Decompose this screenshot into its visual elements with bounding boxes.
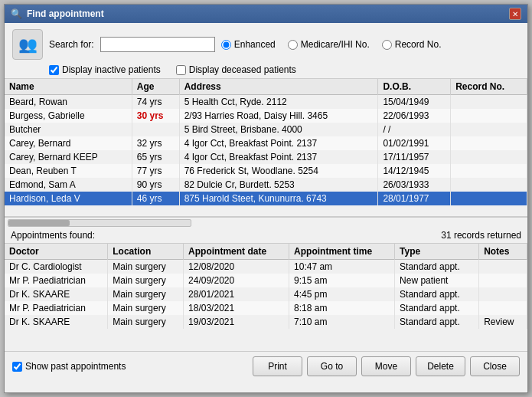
table-row[interactable]: Edmond, Sam A 90 yrs 82 Dulcie Cr, Burde… [5, 178, 527, 192]
appt-location: Main surgery [108, 274, 184, 287]
patient-dob: 01/02/1991 [378, 136, 451, 150]
appt-type: Standard appt. [395, 287, 479, 301]
col-doctor: Doctor [5, 244, 108, 260]
radio-medicare-label: Medicare/IHI No. [301, 39, 370, 50]
appointments-table-wrapper: Doctor Location Appointment date Appoint… [5, 244, 527, 351]
display-inactive-checkbox[interactable]: Display inactive patients [49, 64, 161, 75]
patient-record [451, 150, 527, 164]
bottom-buttons: Print Go to Move Delete Close [253, 356, 520, 376]
show-past-checkbox[interactable]: Show past appointments [12, 361, 126, 372]
appt-doctor: Mr P. Paediatrician [5, 274, 108, 287]
close-button[interactable]: Close [470, 356, 520, 376]
patient-age: 77 yrs [132, 164, 179, 178]
table-row[interactable]: Carey, Bernard KEEP 65 yrs 4 Igor Cct, B… [5, 150, 527, 164]
patient-address: 82 Dulcie Cr, Burdett. 5253 [179, 178, 378, 192]
display-deceased-label: Display deceased patients [189, 64, 296, 75]
col-address: Address [179, 79, 378, 95]
table-row[interactable]: Dr C. Cardiologist Main surgery 12/08/20… [5, 260, 527, 274]
appt-date: 24/09/2020 [184, 274, 289, 287]
window-title: Find appointment [27, 8, 104, 19]
appointments-found-label: Appointments found: [11, 230, 95, 241]
radio-medicare-input[interactable] [288, 40, 298, 50]
appt-location: Main surgery [108, 260, 184, 274]
table-row[interactable]: Burgess, Gabrielle 30 yrs 2/93 Harries R… [5, 109, 527, 123]
search-input[interactable] [100, 37, 215, 52]
appt-doctor: Dr K. SKAARE [5, 287, 108, 301]
patient-record [451, 123, 527, 136]
bottom-bar: Show past appointments Print Go to Move … [5, 351, 527, 381]
patient-name: Dean, Reuben T [5, 164, 132, 178]
patient-dob: 22/06/1993 [378, 109, 451, 123]
radio-medicare[interactable]: Medicare/IHI No. [288, 39, 370, 50]
table-row[interactable]: Dr K. SKAARE Main surgery 28/01/2021 4:4… [5, 287, 527, 301]
appt-type: Standard appt. [395, 301, 479, 315]
show-past-input[interactable] [12, 362, 22, 372]
radio-record[interactable]: Record No. [382, 39, 442, 50]
search-label: Search for: [49, 39, 94, 50]
patient-dob: 28/01/1977 [378, 192, 451, 205]
patient-name: Butcher [5, 123, 132, 136]
display-inactive-input[interactable] [49, 65, 59, 75]
appointments-table: Doctor Location Appointment date Appoint… [5, 244, 527, 329]
patient-name: Carey, Bernard KEEP [5, 150, 132, 164]
patient-age: 32 yrs [132, 136, 179, 150]
search-area: 👥 Search for: Enhanced Medicare/IHI No. … [5, 23, 527, 79]
table-row[interactable]: Mr P. Paediatrician Main surgery 24/09/2… [5, 274, 527, 287]
delete-button[interactable]: Delete [416, 356, 465, 376]
radio-enhanced[interactable]: Enhanced [221, 39, 276, 50]
main-window: 🔍 Find appointment ✕ 👥 Search for: Enhan… [4, 4, 528, 393]
patient-record [451, 164, 527, 178]
patients-table-wrapper: Name Age Address D.O.B. Record No. Beard… [5, 79, 527, 217]
search-row: 👥 Search for: Enhanced Medicare/IHI No. … [12, 29, 520, 60]
table-row[interactable]: Carey, Bernard 32 yrs 4 Igor Cct, Breakf… [5, 136, 527, 150]
radio-enhanced-label: Enhanced [234, 39, 276, 50]
bottom-left: Show past appointments [12, 361, 126, 372]
table-row[interactable]: Beard, Rowan 74 yrs 5 Health Cct, Ryde. … [5, 95, 527, 110]
appt-date: 12/08/2020 [184, 260, 289, 274]
display-deceased-checkbox[interactable]: Display deceased patients [176, 64, 296, 75]
appt-date: 28/01/2021 [184, 287, 289, 301]
close-button[interactable]: ✕ [509, 8, 521, 20]
go-to-button[interactable]: Go to [307, 356, 357, 376]
patient-name: Edmond, Sam A [5, 178, 132, 192]
patient-record [451, 136, 527, 150]
appt-notes [479, 287, 527, 301]
radio-record-label: Record No. [395, 39, 442, 50]
table-row[interactable]: Dean, Reuben T 77 yrs 76 Frederick St, W… [5, 164, 527, 178]
appt-notes: Review [479, 315, 527, 329]
appointments-table-header: Doctor Location Appointment date Appoint… [5, 244, 527, 260]
patient-age: 65 yrs [132, 150, 179, 164]
table-row[interactable]: Hardison, Leda V 46 yrs 875 Harold Steet… [5, 192, 527, 205]
col-notes: Notes [479, 244, 527, 260]
table-row[interactable]: Mr P. Paediatrician Main surgery 18/03/2… [5, 301, 527, 315]
patient-age: 74 yrs [132, 95, 179, 110]
table-row[interactable]: Dr K. SKAARE Main surgery 19/03/2021 7:1… [5, 315, 527, 329]
patient-dob: 15/04/1949 [378, 95, 451, 110]
patient-age: 90 yrs [132, 178, 179, 192]
radio-record-input[interactable] [382, 40, 392, 50]
col-appt-time: Appointment time [289, 244, 395, 260]
patient-name: Beard, Rowan [5, 95, 132, 110]
appt-type: New patient [395, 274, 479, 287]
appt-notes [479, 260, 527, 274]
radio-enhanced-input[interactable] [221, 40, 231, 50]
patients-h-scrollbar[interactable] [8, 219, 191, 227]
col-age: Age [132, 79, 179, 95]
move-button[interactable]: Move [361, 356, 411, 376]
print-button[interactable]: Print [253, 356, 302, 376]
col-dob: D.O.B. [378, 79, 451, 95]
patient-address: 875 Harold Steet, Kununurra. 6743 [179, 192, 378, 205]
patient-dob: / / [378, 123, 451, 136]
patient-dob: 26/03/1933 [378, 178, 451, 192]
appt-notes [479, 274, 527, 287]
display-deceased-input[interactable] [176, 65, 186, 75]
appt-type: Standard appt. [395, 260, 479, 274]
scrollbar-thumb[interactable] [8, 220, 70, 226]
patient-address: 4 Igor Cct, Breakfast Point. 2137 [179, 136, 378, 150]
patients-table: Name Age Address D.O.B. Record No. Beard… [5, 79, 527, 205]
col-record: Record No. [451, 79, 527, 95]
checkbox-row: Display inactive patients Display deceas… [12, 64, 520, 75]
table-row[interactable]: Butcher 5 Bird Street, Brisbane. 4000 / … [5, 123, 527, 136]
radio-group: Enhanced Medicare/IHI No. Record No. [221, 39, 520, 50]
patient-address: 5 Bird Street, Brisbane. 4000 [179, 123, 378, 136]
